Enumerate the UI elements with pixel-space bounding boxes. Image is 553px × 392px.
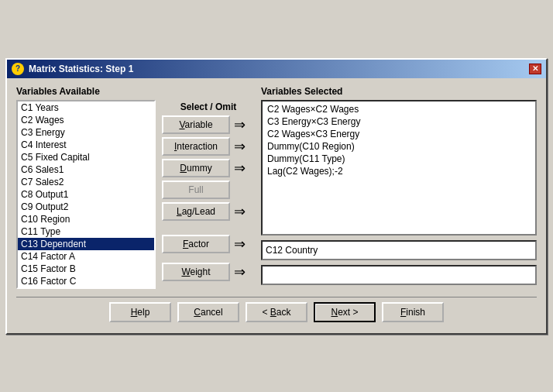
title-bar: ? Matrix Statistics: Step 1 ✕ xyxy=(7,60,546,78)
cancel-button[interactable]: Cancel xyxy=(177,302,239,322)
factor-button[interactable]: Factor xyxy=(162,235,230,253)
list-item[interactable]: Lag(C2 Wages);-2 xyxy=(266,165,532,177)
interaction-arrow: ⇒ xyxy=(230,137,249,156)
list-item[interactable]: C11 Type xyxy=(18,225,154,238)
footer-buttons: Help Cancel < Back Next > Finish xyxy=(16,297,537,325)
finish-button[interactable]: Finish xyxy=(382,302,444,322)
factor-value-text: C12 Country xyxy=(266,245,318,256)
select-omit-panel: Select / Omit Variable ⇒ Interaction ⇒ D… xyxy=(162,86,255,289)
list-item[interactable]: C10 Region xyxy=(18,213,154,225)
select-omit-header: Select / Omit xyxy=(180,101,237,112)
list-item[interactable]: C8 Output1 xyxy=(18,188,154,201)
laglead-arrow: ⇒ xyxy=(230,202,249,221)
variables-selected-panel: Variables Selected C2 Wages×C2 WagesC3 E… xyxy=(261,86,537,289)
dummy-button[interactable]: Dummy xyxy=(162,159,230,177)
main-area: Variables Available C1 YearsC2 WagesC3 E… xyxy=(16,86,537,289)
help-icon: ? xyxy=(12,63,24,75)
factor-row: Factor ⇒ xyxy=(162,235,255,253)
weight-button[interactable]: Weight xyxy=(162,263,230,281)
variable-button[interactable]: Variable xyxy=(162,115,230,134)
list-item[interactable]: C5 Fixed Capital xyxy=(18,151,154,163)
variables-selected-header: Variables Selected xyxy=(261,86,537,97)
variables-selected-listbox[interactable]: C2 Wages×C2 WagesC3 Energy×C3 EnergyC2 W… xyxy=(261,100,537,236)
variables-available-listbox[interactable]: C1 YearsC2 WagesC3 EnergyC4 InterestC5 F… xyxy=(16,100,156,289)
list-item[interactable]: C16 Factor C xyxy=(18,275,154,287)
list-item[interactable]: C2 Wages×C3 Energy xyxy=(266,128,532,140)
list-item[interactable]: C2 Wages xyxy=(18,114,154,126)
list-item[interactable]: C7 Sales2 xyxy=(18,176,154,188)
dummy-arrow: ⇒ xyxy=(230,159,249,177)
next-button[interactable]: Next > xyxy=(314,302,376,322)
title-bar-left: ? Matrix Statistics: Step 1 xyxy=(12,63,133,75)
full-row: Full xyxy=(162,181,255,199)
laglead-row: Lag/Lead ⇒ xyxy=(162,202,255,221)
list-item[interactable]: C3 Energy xyxy=(18,126,154,139)
variable-row: Variable ⇒ xyxy=(162,115,255,134)
variables-available-panel: Variables Available C1 YearsC2 WagesC3 E… xyxy=(16,86,156,289)
list-item[interactable]: Dummy(C10 Region) xyxy=(266,140,532,153)
list-item[interactable]: C6 Sales1 xyxy=(18,163,154,176)
full-button[interactable]: Full xyxy=(162,181,230,199)
variables-available-header: Variables Available xyxy=(16,86,156,97)
factor-arrow: ⇒ xyxy=(230,235,249,253)
list-item[interactable]: C3 Energy×C3 Energy xyxy=(266,115,532,128)
list-item[interactable]: C2 Wages×C2 Wages xyxy=(266,103,532,115)
weight-section: Weight ⇒ xyxy=(162,263,255,283)
dummy-row: Dummy ⇒ xyxy=(162,159,255,177)
weight-row: Weight ⇒ xyxy=(162,263,255,281)
weight-arrow: ⇒ xyxy=(230,263,249,281)
variable-arrow: ⇒ xyxy=(230,115,249,134)
list-item[interactable]: C15 Factor B xyxy=(18,263,154,275)
dialog-window: ? Matrix Statistics: Step 1 ✕ Variables … xyxy=(5,58,548,335)
interaction-button[interactable]: Interaction xyxy=(162,137,230,156)
help-button[interactable]: Help xyxy=(109,302,171,322)
list-item[interactable]: C9 Output2 xyxy=(18,201,154,213)
laglead-button[interactable]: Lag/Lead xyxy=(162,202,230,221)
list-item[interactable]: Dummy(C11 Type) xyxy=(266,153,532,165)
dialog-content: Variables Available C1 YearsC2 WagesC3 E… xyxy=(7,78,546,333)
button-group: Variable ⇒ Interaction ⇒ Dummy ⇒ Full xyxy=(162,115,255,222)
close-button[interactable]: ✕ xyxy=(529,64,541,74)
factor-value-box[interactable]: C12 Country xyxy=(261,240,537,260)
list-item[interactable]: C4 Interest xyxy=(18,139,154,151)
factor-section: Factor ⇒ xyxy=(162,235,255,255)
window-title: Matrix Statistics: Step 1 xyxy=(29,64,133,74)
back-button[interactable]: < Back xyxy=(246,302,307,322)
list-item[interactable]: C14 Factor A xyxy=(18,250,154,263)
weight-value-box[interactable] xyxy=(261,265,537,285)
list-item[interactable]: C1 Years xyxy=(18,101,154,114)
interaction-row: Interaction ⇒ xyxy=(162,137,255,156)
list-item[interactable]: C13 Dependent xyxy=(18,238,154,250)
